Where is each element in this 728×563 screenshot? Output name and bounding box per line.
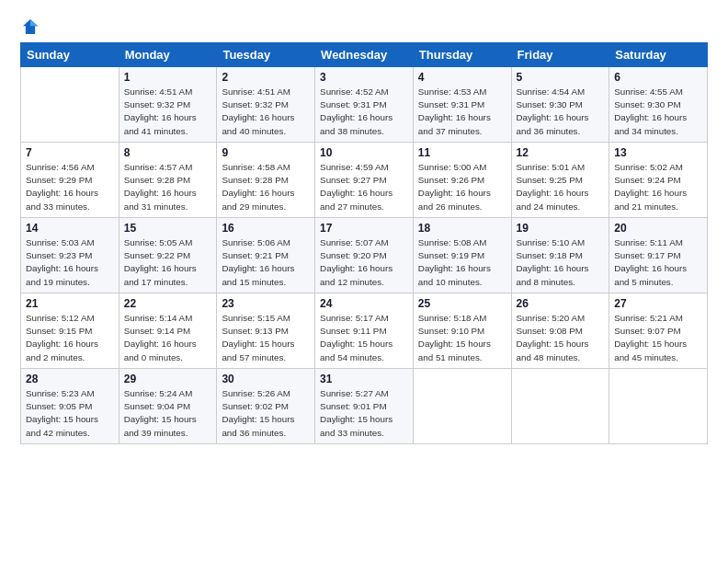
day-info: Sunrise: 4:57 AMSunset: 9:28 PMDaylight:…	[124, 161, 212, 213]
day-info: Sunrise: 5:01 AMSunset: 9:25 PMDaylight:…	[517, 161, 605, 213]
day-cell: 23Sunrise: 5:15 AMSunset: 9:13 PMDayligh…	[217, 293, 315, 369]
day-info: Sunrise: 5:15 AMSunset: 9:13 PMDaylight:…	[222, 312, 310, 364]
day-cell: 19Sunrise: 5:10 AMSunset: 9:18 PMDayligh…	[511, 218, 609, 293]
day-info: Sunrise: 5:27 AMSunset: 9:01 PMDaylight:…	[320, 387, 408, 440]
day-cell: 6Sunrise: 4:55 AMSunset: 9:30 PMDaylight…	[609, 67, 708, 143]
day-number: 3	[320, 71, 408, 84]
day-info: Sunrise: 5:12 AMSunset: 9:15 PMDaylight:…	[26, 312, 114, 364]
day-cell: 16Sunrise: 5:06 AMSunset: 9:21 PMDayligh…	[217, 218, 315, 293]
day-number: 28	[26, 373, 114, 385]
day-number: 31	[320, 373, 408, 385]
day-cell	[413, 369, 511, 444]
day-cell: 13Sunrise: 5:02 AMSunset: 9:24 PMDayligh…	[609, 143, 708, 218]
day-cell: 20Sunrise: 5:11 AMSunset: 9:17 PMDayligh…	[609, 218, 708, 293]
logo	[20, 17, 44, 37]
day-cell: 10Sunrise: 4:59 AMSunset: 9:27 PMDayligh…	[315, 143, 414, 218]
day-number: 22	[124, 297, 212, 310]
col-header-tuesday: Tuesday	[217, 43, 315, 67]
week-row-5: 28Sunrise: 5:23 AMSunset: 9:05 PMDayligh…	[21, 369, 708, 444]
logo-icon	[20, 17, 40, 37]
day-number: 1	[124, 71, 212, 84]
day-info: Sunrise: 5:00 AMSunset: 9:26 PMDaylight:…	[418, 161, 506, 213]
day-number: 30	[222, 373, 310, 385]
day-number: 16	[222, 222, 310, 235]
day-cell	[609, 369, 708, 444]
day-cell: 26Sunrise: 5:20 AMSunset: 9:08 PMDayligh…	[511, 293, 609, 369]
day-number: 11	[418, 146, 506, 159]
day-cell: 2Sunrise: 4:51 AMSunset: 9:32 PMDaylight…	[217, 67, 315, 143]
day-number: 2	[222, 71, 310, 84]
day-info: Sunrise: 4:55 AMSunset: 9:30 PMDaylight:…	[614, 86, 702, 138]
day-number: 12	[517, 146, 605, 159]
day-number: 10	[320, 146, 408, 159]
day-cell: 5Sunrise: 4:54 AMSunset: 9:30 PMDaylight…	[511, 67, 609, 143]
day-number: 27	[614, 297, 702, 310]
day-number: 15	[124, 222, 212, 235]
day-cell	[511, 369, 609, 444]
day-number: 23	[222, 297, 310, 310]
day-cell: 1Sunrise: 4:51 AMSunset: 9:32 PMDaylight…	[119, 67, 217, 143]
day-info: Sunrise: 5:06 AMSunset: 9:21 PMDaylight:…	[222, 236, 310, 289]
day-info: Sunrise: 5:24 AMSunset: 9:04 PMDaylight:…	[124, 387, 212, 440]
day-number: 20	[614, 222, 702, 235]
day-number: 13	[614, 146, 702, 159]
day-info: Sunrise: 5:21 AMSunset: 9:07 PMDaylight:…	[614, 312, 702, 364]
day-info: Sunrise: 5:20 AMSunset: 9:08 PMDaylight:…	[517, 312, 605, 364]
week-row-2: 7Sunrise: 4:56 AMSunset: 9:29 PMDaylight…	[21, 143, 708, 218]
col-header-saturday: Saturday	[609, 43, 708, 67]
day-number: 4	[418, 71, 506, 84]
svg-marker-1	[30, 19, 38, 26]
day-cell: 14Sunrise: 5:03 AMSunset: 9:23 PMDayligh…	[21, 218, 119, 293]
col-header-friday: Friday	[511, 43, 609, 67]
day-info: Sunrise: 4:53 AMSunset: 9:31 PMDaylight:…	[418, 86, 506, 138]
day-number: 8	[124, 146, 212, 159]
days-header-row: SundayMondayTuesdayWednesdayThursdayFrid…	[21, 43, 708, 67]
day-info: Sunrise: 5:02 AMSunset: 9:24 PMDaylight:…	[614, 161, 702, 213]
header-row	[20, 17, 708, 37]
day-cell: 25Sunrise: 5:18 AMSunset: 9:10 PMDayligh…	[413, 293, 511, 369]
day-cell: 28Sunrise: 5:23 AMSunset: 9:05 PMDayligh…	[21, 369, 119, 444]
day-number: 14	[26, 222, 114, 235]
day-cell: 31Sunrise: 5:27 AMSunset: 9:01 PMDayligh…	[315, 369, 414, 444]
day-cell: 7Sunrise: 4:56 AMSunset: 9:29 PMDaylight…	[21, 143, 119, 218]
day-info: Sunrise: 4:56 AMSunset: 9:29 PMDaylight:…	[26, 161, 114, 213]
day-number: 7	[26, 146, 114, 159]
day-cell: 22Sunrise: 5:14 AMSunset: 9:14 PMDayligh…	[119, 293, 217, 369]
day-cell: 21Sunrise: 5:12 AMSunset: 9:15 PMDayligh…	[21, 293, 119, 369]
col-header-sunday: Sunday	[21, 43, 119, 67]
day-info: Sunrise: 5:18 AMSunset: 9:10 PMDaylight:…	[418, 312, 506, 364]
day-number: 24	[320, 297, 408, 310]
calendar-page: SundayMondayTuesdayWednesdayThursdayFrid…	[0, 0, 728, 457]
day-info: Sunrise: 5:05 AMSunset: 9:22 PMDaylight:…	[124, 236, 212, 289]
day-info: Sunrise: 5:10 AMSunset: 9:18 PMDaylight:…	[517, 236, 605, 289]
day-info: Sunrise: 4:54 AMSunset: 9:30 PMDaylight:…	[517, 86, 605, 138]
day-cell: 24Sunrise: 5:17 AMSunset: 9:11 PMDayligh…	[315, 293, 414, 369]
week-row-1: 1Sunrise: 4:51 AMSunset: 9:32 PMDaylight…	[21, 67, 708, 143]
day-number: 5	[517, 71, 605, 84]
day-number: 21	[26, 297, 114, 310]
week-row-3: 14Sunrise: 5:03 AMSunset: 9:23 PMDayligh…	[21, 218, 708, 293]
col-header-thursday: Thursday	[413, 43, 511, 67]
day-info: Sunrise: 4:51 AMSunset: 9:32 PMDaylight:…	[124, 86, 212, 138]
col-header-wednesday: Wednesday	[315, 43, 414, 67]
day-cell: 4Sunrise: 4:53 AMSunset: 9:31 PMDaylight…	[413, 67, 511, 143]
day-cell: 27Sunrise: 5:21 AMSunset: 9:07 PMDayligh…	[609, 293, 708, 369]
week-row-4: 21Sunrise: 5:12 AMSunset: 9:15 PMDayligh…	[21, 293, 708, 369]
day-cell	[21, 67, 119, 143]
day-info: Sunrise: 5:08 AMSunset: 9:19 PMDaylight:…	[418, 236, 506, 289]
day-number: 9	[222, 146, 310, 159]
day-cell: 18Sunrise: 5:08 AMSunset: 9:19 PMDayligh…	[413, 218, 511, 293]
day-number: 25	[418, 297, 506, 310]
day-cell: 15Sunrise: 5:05 AMSunset: 9:22 PMDayligh…	[119, 218, 217, 293]
day-info: Sunrise: 4:51 AMSunset: 9:32 PMDaylight:…	[222, 86, 310, 138]
day-number: 19	[517, 222, 605, 235]
day-info: Sunrise: 4:58 AMSunset: 9:28 PMDaylight:…	[222, 161, 310, 213]
day-cell: 30Sunrise: 5:26 AMSunset: 9:02 PMDayligh…	[217, 369, 315, 444]
day-cell: 12Sunrise: 5:01 AMSunset: 9:25 PMDayligh…	[511, 143, 609, 218]
calendar-table: SundayMondayTuesdayWednesdayThursdayFrid…	[20, 42, 708, 444]
day-cell: 11Sunrise: 5:00 AMSunset: 9:26 PMDayligh…	[413, 143, 511, 218]
day-info: Sunrise: 5:03 AMSunset: 9:23 PMDaylight:…	[26, 236, 114, 289]
day-info: Sunrise: 4:59 AMSunset: 9:27 PMDaylight:…	[320, 161, 408, 213]
day-info: Sunrise: 4:52 AMSunset: 9:31 PMDaylight:…	[320, 86, 408, 138]
day-number: 26	[517, 297, 605, 310]
